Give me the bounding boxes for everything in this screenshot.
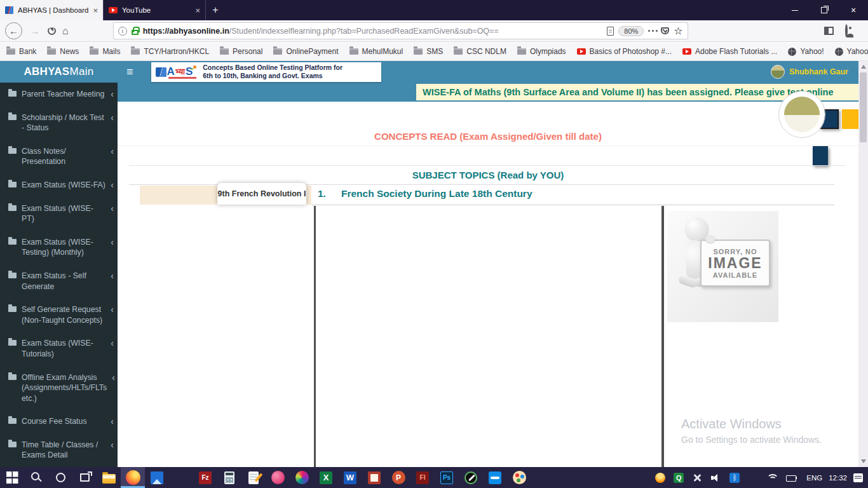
- tray-torch-app[interactable]: [655, 473, 667, 483]
- section-title: CONCEPTS READ (Exam Assigned/Given till …: [118, 131, 858, 142]
- bookmark-item[interactable]: Adobe Flash Tutorials ...: [682, 47, 777, 56]
- chevron-left-icon: [111, 271, 114, 280]
- site-info-icon[interactable]: [118, 27, 127, 36]
- taskbar-search[interactable]: [24, 467, 48, 488]
- sidebar-item[interactable]: Parent Teacher Meeting: [0, 83, 118, 106]
- back-button[interactable]: [5, 22, 22, 39]
- taskbar-notepad[interactable]: [241, 467, 266, 488]
- taskbar-cortana[interactable]: [48, 467, 72, 488]
- account-button[interactable]: [845, 25, 848, 37]
- user-menu[interactable]: Shubhank Gaur: [771, 65, 858, 79]
- sidebar-item[interactable]: Exam Status (WISE-PT): [0, 197, 118, 231]
- taskbar-powerpoint[interactable]: P: [386, 467, 410, 488]
- new-tab-button[interactable]: +: [206, 0, 225, 20]
- sidebar-item[interactable]: Offline Exam Analysis (Assignments/HLTs/…: [0, 366, 118, 410]
- logo-hindi-text: भ्या: [175, 67, 185, 77]
- bookmark-star-icon[interactable]: [674, 25, 682, 37]
- sidebar-item[interactable]: Class Notes/ Presentation: [0, 140, 118, 173]
- taskbar-teamviewer[interactable]: [483, 467, 507, 488]
- taskbar-start[interactable]: [0, 467, 24, 488]
- taskbar-word[interactable]: W: [338, 467, 362, 488]
- sidebar-item[interactable]: Scholarship / Mock Test - Status: [0, 106, 118, 140]
- reader-mode-icon[interactable]: [607, 27, 614, 36]
- taskbar-firefox[interactable]: [121, 467, 145, 488]
- taskbar-photos[interactable]: [145, 467, 169, 488]
- tab-close-icon[interactable]: ×: [195, 6, 200, 15]
- bookmark-item[interactable]: TCY/Hartron/HKCL: [131, 47, 209, 56]
- taskbar-pen-tool[interactable]: [459, 467, 483, 488]
- sidebar-item[interactable]: Exam Status (WISE-FA): [0, 173, 118, 197]
- sidebar-item-label: Class Notes/ Presentation: [22, 146, 105, 167]
- browser-tab-abhyas[interactable]: ABHYAS | Dashboard, Pendanc ×: [0, 0, 103, 20]
- sidebar-item[interactable]: Course Fee Status: [0, 410, 118, 433]
- taskbar-filezilla[interactable]: Fz: [193, 467, 217, 488]
- taskbar-task-view[interactable]: [72, 467, 97, 488]
- bookmark-item[interactable]: Mails: [90, 47, 120, 56]
- taskbar-picture-manager[interactable]: [362, 467, 386, 488]
- tray-notifications[interactable]: [853, 473, 865, 482]
- concepts-not-read-button[interactable]: [842, 109, 858, 129]
- taskbar-calculator[interactable]: [217, 467, 241, 488]
- bookmark-item[interactable]: CSC NDLM: [454, 47, 506, 56]
- tray-quickheal[interactable]: Q: [674, 473, 686, 483]
- taskbar-excel[interactable]: X: [314, 467, 338, 488]
- sidebar-item[interactable]: Exam Status (WISE-Tutorials): [0, 332, 118, 365]
- tray-bluetooth[interactable]: [729, 473, 742, 483]
- taskbar-swirl-app[interactable]: [290, 467, 314, 488]
- zoom-level-badge[interactable]: 80%: [618, 26, 644, 36]
- browser-tab-youtube[interactable]: YouTube ×: [103, 0, 206, 20]
- url-bar[interactable]: https://abhyasonline.in/Student/indexsel…: [113, 22, 688, 39]
- tray-volume[interactable]: [710, 473, 723, 483]
- bookmark-item[interactable]: Olympiads: [517, 47, 566, 56]
- bookmark-item[interactable]: Yahoo!: [835, 47, 868, 56]
- sidebars-button[interactable]: [824, 27, 834, 35]
- chapter-tab[interactable]: 9th French Revolution I: [217, 183, 306, 205]
- bookmark-item[interactable]: News: [47, 47, 79, 56]
- tray-chrome[interactable]: [748, 473, 760, 483]
- bookmark-item[interactable]: Yahoo!: [788, 47, 824, 56]
- bookmark-item[interactable]: Basics of Photoshop #...: [577, 47, 672, 56]
- tray-tools[interactable]: [692, 473, 704, 483]
- close-button[interactable]: ×: [839, 0, 868, 20]
- sidebar-item[interactable]: Time Table / Classes / Exams Detail: [0, 433, 118, 467]
- sidebar-toggle-icon[interactable]: ≡: [118, 61, 142, 83]
- taskbar-flash[interactable]: Fl: [410, 467, 435, 488]
- taskbar-chrome[interactable]: [169, 467, 193, 488]
- home-button[interactable]: [62, 25, 69, 37]
- reload-button[interactable]: [48, 27, 56, 35]
- chevron-left-icon: [111, 204, 114, 213]
- taskbar-gimp[interactable]: [266, 467, 290, 488]
- sidebar-item[interactable]: Self Generate Request (Non-Taught Concep…: [0, 298, 118, 332]
- scrollbar-thumb[interactable]: [860, 72, 867, 142]
- url-text[interactable]: https://abhyasonline.in/Student/indexsel…: [143, 27, 603, 36]
- sidebar-item[interactable]: Exam Status - Self Generate: [0, 264, 118, 298]
- restore-button[interactable]: [810, 0, 839, 20]
- page-scrollbar[interactable]: [858, 61, 868, 467]
- bookmark-item[interactable]: MehulMukul: [349, 47, 403, 56]
- tab-history[interactable]: [813, 146, 828, 165]
- bookmark-item[interactable]: OnlinePayment: [273, 47, 338, 56]
- tray-battery[interactable]: [786, 473, 800, 483]
- sidebar-item[interactable]: Exam Status (WISE-Testing) (Monthly): [0, 231, 118, 264]
- minimize-button[interactable]: [780, 0, 810, 20]
- tab-close-icon[interactable]: ×: [93, 6, 98, 15]
- lesson-text-column[interactable]: [314, 206, 664, 467]
- tray-language[interactable]: ENG: [806, 474, 822, 482]
- scroll-down-icon[interactable]: [861, 459, 866, 463]
- taskbar-paint[interactable]: [507, 467, 531, 488]
- bookmark-item[interactable]: Personal: [220, 47, 262, 56]
- bookmark-item[interactable]: SMS: [414, 47, 443, 56]
- scroll-up-icon[interactable]: [861, 65, 866, 69]
- page-actions-icon[interactable]: [648, 30, 650, 32]
- sidebar-item-label: Time Table / Classes / Exams Detail: [22, 440, 105, 461]
- bookmark-item[interactable]: Bank: [6, 47, 36, 56]
- tray-wifi[interactable]: [766, 473, 780, 482]
- pocket-icon[interactable]: [661, 27, 669, 34]
- bookmark-label: CSC NDLM: [466, 47, 506, 56]
- web-page: ABHYASMain Parent Teacher Meeting Schola…: [0, 61, 868, 467]
- taskbar-photoshop[interactable]: Ps: [435, 467, 459, 488]
- tray-clock[interactable]: 12:32: [829, 474, 847, 482]
- taskbar-file-explorer[interactable]: [97, 467, 121, 488]
- tab-physics[interactable]: [834, 146, 849, 165]
- forward-button[interactable]: [29, 25, 41, 36]
